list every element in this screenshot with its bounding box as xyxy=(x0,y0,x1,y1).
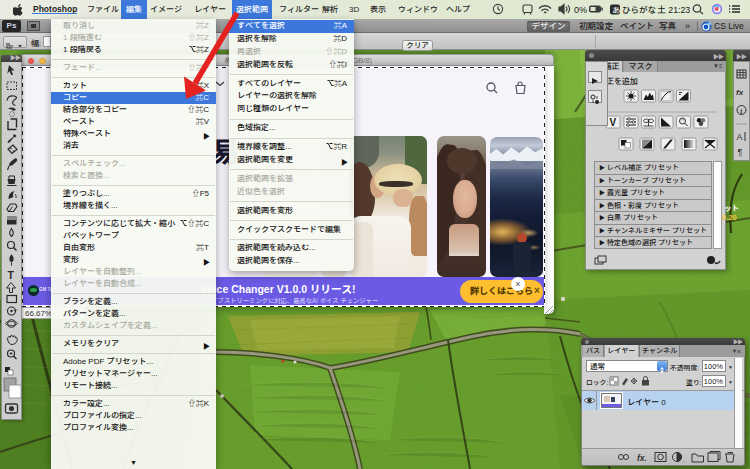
svg-text:0%: 0% xyxy=(574,5,587,15)
svg-text:あ: あ xyxy=(612,6,620,15)
svg-text:¶: ¶ xyxy=(738,147,743,157)
svg-text:i: i xyxy=(740,108,742,115)
svg-text:V: V xyxy=(610,117,617,128)
svg-text:.: . xyxy=(683,456,685,463)
svg-text:土 21:23: 土 21:23 xyxy=(657,5,690,15)
svg-text:fx.: fx. xyxy=(637,453,647,463)
svg-text:ひらがな: ひらがな xyxy=(622,5,657,15)
svg-text:fx: fx xyxy=(736,88,744,97)
svg-text:T: T xyxy=(8,269,15,281)
svg-text:A: A xyxy=(737,132,743,142)
